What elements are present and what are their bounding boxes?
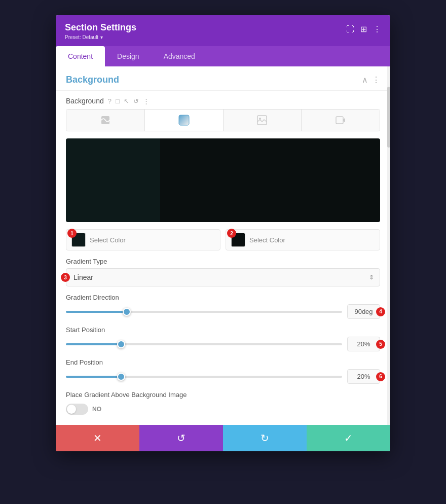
preview-right-panel — [160, 138, 380, 222]
layout-icon[interactable]: ⊞ — [360, 24, 367, 34]
color-picker-1[interactable]: 1 Select Color — [66, 229, 220, 250]
color-label-1: Select Color — [90, 236, 126, 244]
image-icon — [257, 115, 267, 125]
end-value-wrap: 6 — [347, 369, 380, 384]
gradient-type-select-wrap: 3 Linear Radial ⇕ — [66, 268, 380, 286]
color-1-badge-wrap: 1 — [71, 233, 86, 247]
gradient-direction-slider-row: 4 — [66, 304, 380, 319]
collapse-icon[interactable]: ∧ — [362, 75, 368, 85]
slider-thumb-end[interactable] — [117, 373, 125, 381]
svg-rect-4 — [336, 117, 343, 124]
end-position-input[interactable] — [347, 369, 380, 384]
gradient-type-label: Gradient Type — [66, 258, 380, 265]
start-position-field: Start Position 5 — [56, 326, 390, 358]
cursor-icon[interactable]: ↖ — [124, 97, 129, 105]
gradient-direction-input[interactable] — [347, 304, 380, 319]
slider-fill-end — [66, 376, 121, 378]
toggle-knob — [67, 405, 76, 414]
slider-track-end — [66, 376, 342, 378]
reset-icon: ↺ — [177, 432, 185, 444]
end-position-field: End Position 6 — [56, 358, 390, 391]
section-more-icon[interactable]: ⋮ — [372, 75, 380, 85]
slider-fill-start — [66, 343, 121, 345]
gradient-direction-slider[interactable] — [66, 311, 342, 313]
tab-bar: Content Design Advanced — [56, 46, 390, 66]
end-position-slider-row: 6 — [66, 369, 380, 384]
color-2-badge-wrap: 2 — [231, 233, 245, 247]
color-pickers-row: 1 Select Color 2 Select Color — [56, 229, 390, 258]
video-icon — [336, 115, 346, 125]
type-tab-video[interactable] — [302, 110, 380, 131]
badge-4: 4 — [376, 307, 385, 316]
save-icon: ✓ — [344, 432, 353, 444]
slider-thumb-direction[interactable] — [123, 308, 131, 316]
modal-title: Section Settings — [65, 22, 136, 33]
badge-5: 5 — [376, 340, 385, 349]
slider-thumb-start[interactable] — [117, 340, 125, 348]
end-position-slider[interactable] — [66, 376, 342, 378]
slider-track-start — [66, 343, 342, 345]
slider-fill-direction — [66, 311, 127, 313]
bg-more-icon[interactable]: ⋮ — [143, 97, 150, 105]
tab-content[interactable]: Content — [56, 46, 105, 66]
help-icon[interactable]: ? — [108, 97, 112, 105]
start-position-slider-row: 5 — [66, 337, 380, 351]
direction-value-wrap: 4 — [347, 304, 380, 319]
color-picker-2[interactable]: 2 Select Color — [226, 229, 380, 250]
start-position-slider[interactable] — [66, 343, 342, 345]
gradient-type-select[interactable]: Linear Radial — [66, 268, 380, 286]
gradient-direction-label: Gradient Direction — [66, 294, 380, 301]
scrollbar-thumb[interactable] — [387, 87, 390, 148]
gradient-above-toggle-wrap: NO — [66, 404, 380, 415]
content-area: Background ∧ ⋮ Background ? □ ↖ ↺ ⋮ — [56, 66, 390, 425]
color-label-2: Select Color — [249, 236, 285, 244]
svg-rect-1 — [179, 115, 189, 125]
tab-advanced[interactable]: Advanced — [152, 46, 207, 66]
badge-3: 3 — [61, 273, 70, 282]
reset-button[interactable]: ↺ — [139, 425, 223, 451]
undo-icon[interactable]: ↺ — [133, 97, 139, 105]
tab-design[interactable]: Design — [105, 46, 152, 66]
cancel-button[interactable]: ✕ — [56, 425, 139, 451]
modal-header: Section Settings Preset: Default ▾ ⛶ ⊞ ⋮ — [56, 15, 390, 46]
cancel-icon: ✕ — [93, 432, 102, 444]
background-label: Background — [66, 97, 104, 105]
gradient-direction-field: Gradient Direction 4 — [56, 294, 390, 326]
scrollbar-track — [387, 66, 390, 425]
redo-button[interactable]: ↻ — [223, 425, 307, 451]
type-tab-color[interactable] — [66, 110, 145, 131]
start-position-input[interactable] — [347, 337, 380, 351]
mobile-icon[interactable]: □ — [116, 97, 120, 105]
type-tab-gradient[interactable] — [145, 110, 224, 131]
start-value-wrap: 5 — [347, 337, 380, 351]
end-position-label: End Position — [66, 358, 380, 366]
background-section-title: Background — [66, 75, 119, 85]
start-position-label: Start Position — [66, 326, 380, 334]
background-section-header: Background ∧ ⋮ — [56, 66, 390, 91]
badge-1: 1 — [67, 229, 77, 238]
more-menu-icon[interactable]: ⋮ — [373, 24, 381, 34]
toggle-state-text: NO — [92, 406, 101, 413]
badge-2: 2 — [227, 229, 236, 238]
save-button[interactable]: ✓ — [307, 425, 390, 451]
modal-title-area: Section Settings Preset: Default ▾ — [65, 22, 136, 40]
type-tab-image[interactable] — [224, 110, 302, 131]
badge-6: 6 — [376, 372, 385, 381]
gradient-preview — [66, 138, 380, 222]
slider-track-direction — [66, 311, 342, 313]
background-label-row: Background ? □ ↖ ↺ ⋮ — [56, 91, 390, 109]
section-settings-modal: Section Settings Preset: Default ▾ ⛶ ⊞ ⋮… — [56, 15, 390, 451]
gradient-above-toggle[interactable] — [66, 404, 88, 415]
footer-actions: ✕ ↺ ↻ ✓ — [56, 425, 390, 451]
preview-left-panel — [66, 138, 160, 222]
color-fill-icon — [100, 115, 110, 125]
gradient-above-label: Place Gradient Above Background Image — [66, 391, 380, 399]
background-type-tabs — [66, 109, 380, 131]
focus-icon[interactable]: ⛶ — [346, 25, 354, 34]
gradient-type-field: Gradient Type 3 Linear Radial ⇕ — [56, 258, 390, 294]
preset-label: Preset: Default — [65, 34, 98, 40]
header-actions: ⛶ ⊞ ⋮ — [346, 24, 381, 34]
gradient-icon — [178, 115, 190, 126]
preset-arrow-icon: ▾ — [100, 34, 103, 40]
modal-preset[interactable]: Preset: Default ▾ — [65, 34, 136, 40]
